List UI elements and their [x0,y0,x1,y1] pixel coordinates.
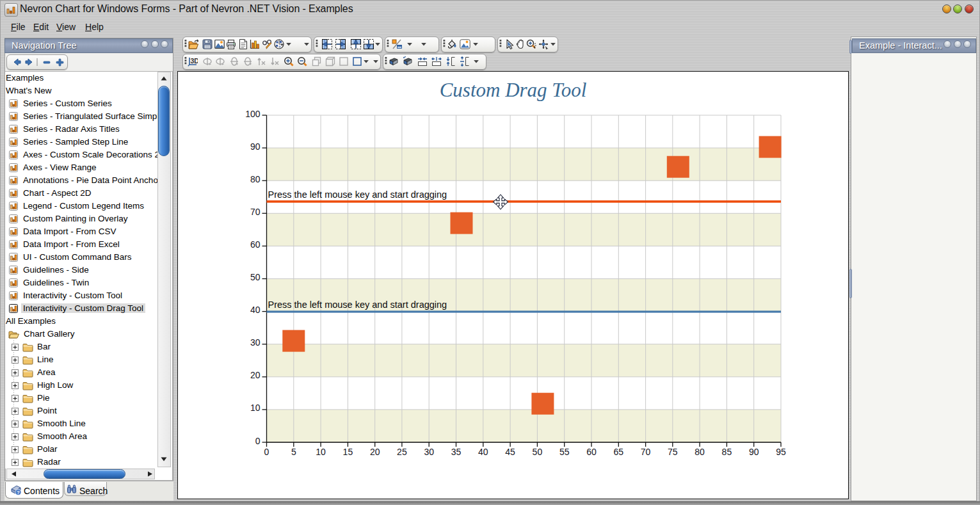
svg-text:60: 60 [586,447,597,457]
svg-text:50: 50 [250,272,261,282]
svg-text:70: 70 [641,447,651,457]
svg-text:?: ? [17,490,20,495]
svg-text:80: 80 [695,447,705,457]
svg-text:10: 10 [250,403,261,413]
svg-text:3D: 3D [191,57,198,65]
svg-text:10: 10 [316,447,326,457]
svg-text:30: 30 [424,447,434,457]
svg-text:100: 100 [245,109,261,119]
svg-text:50: 50 [533,447,543,457]
svg-text:20: 20 [250,370,261,380]
svg-text:35: 35 [451,447,462,457]
svg-text:95: 95 [776,447,786,457]
svg-text:25: 25 [397,447,407,457]
svg-text:90: 90 [250,141,261,152]
svg-text:15: 15 [343,447,353,457]
svg-text:55: 55 [559,447,570,457]
svg-text:5: 5 [291,447,296,457]
svg-text:30: 30 [250,337,261,348]
svg-text:40: 40 [478,447,488,457]
svg-text:65: 65 [614,447,624,457]
svg-text:85: 85 [722,447,732,457]
svg-text:0: 0 [264,447,269,457]
svg-text:20: 20 [370,447,380,457]
svg-text:40: 40 [250,305,261,315]
svg-text:45: 45 [505,447,515,457]
svg-text:Press the left mouse key and s: Press the left mouse key and start dragg… [268,189,447,200]
svg-text:60: 60 [250,239,261,250]
svg-text:90: 90 [749,447,759,457]
svg-text:75: 75 [668,447,678,457]
svg-text:70: 70 [250,207,261,217]
svg-text:0: 0 [255,436,261,446]
svg-text:Press the left mouse key and s: Press the left mouse key and start dragg… [268,300,447,310]
svg-text:80: 80 [250,174,261,184]
